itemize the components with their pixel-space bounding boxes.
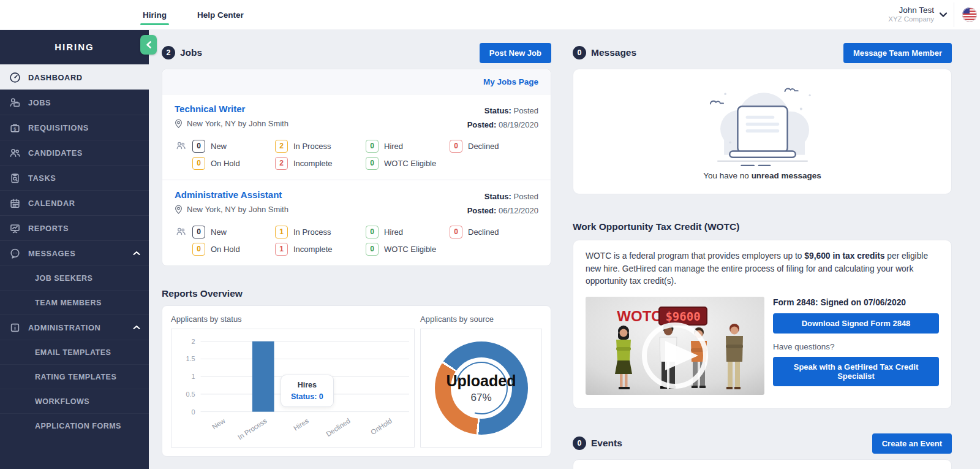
- job-location: New York, NY by John Smith: [187, 205, 288, 214]
- sidebar-item-reports[interactable]: REPORTS: [0, 215, 149, 240]
- count-box: 0: [366, 243, 379, 256]
- chevron-left-icon: [145, 40, 153, 49]
- job-location: New York, NY by John Smith: [187, 119, 288, 128]
- status-value: Posted: [514, 192, 538, 201]
- sidebar-item-messages[interactable]: MESSAGES: [0, 240, 149, 265]
- wotc-card: WOTC is a federal program that provides …: [573, 240, 952, 409]
- sub-item-label: WORKFLOWS: [35, 397, 89, 406]
- sidebar-item-job-seekers[interactable]: JOB SEEKERS: [0, 265, 149, 290]
- wotc-video-thumbnail[interactable]: WOTC $9600: [586, 297, 764, 395]
- calendar-icon: [9, 197, 21, 209]
- sidebar-item-jobs[interactable]: JOBS: [0, 90, 149, 115]
- sidebar-item-candidates[interactable]: CANDIDATES: [0, 140, 149, 165]
- sidebar-item-team-members[interactable]: TEAM MEMBERS: [0, 290, 149, 315]
- sidebar-item-tasks[interactable]: TASKS: [0, 165, 149, 190]
- jobs-icon: [9, 97, 21, 109]
- applicants-icon: [175, 140, 187, 170]
- my-jobs-page-link[interactable]: My Jobs Page: [483, 77, 538, 86]
- bar-chart[interactable]: 21.510.50NewIn ProcessHiresDeclinedOnHol…: [171, 329, 415, 448]
- sidebar-collapse-button[interactable]: [140, 35, 157, 55]
- messages-card: You have no unread messages: [573, 69, 952, 194]
- sub-item-label: TEAM MEMBERS: [35, 299, 102, 307]
- sidebar-item-label: JOBS: [28, 98, 51, 107]
- sidebar-item-email-templates[interactable]: EMAIL TEMPLATES: [0, 340, 149, 364]
- count-chip-new: 0New: [192, 140, 275, 153]
- top-bar: Hiring Help Center John Test XYZ Company: [0, 0, 980, 29]
- events-card: [573, 459, 952, 469]
- count-box: 0: [192, 157, 205, 170]
- sidebar-header: HIRING: [0, 29, 149, 64]
- svg-text:Hires: Hires: [292, 416, 310, 432]
- bar-chart-title: Applicants by status: [171, 315, 415, 324]
- chevron-up-icon[interactable]: [133, 325, 140, 330]
- job-row: Administrative Assistant New York, NY by…: [162, 180, 551, 265]
- messages-section-title: Messages: [591, 47, 636, 58]
- count-box: 1: [275, 243, 288, 256]
- requisitions-icon: $: [9, 122, 21, 134]
- svg-text:1.5: 1.5: [186, 355, 195, 362]
- count-label: New: [211, 227, 227, 237]
- sub-item-label: APPLICATION FORMS: [35, 422, 121, 430]
- form-2848-status: Form 2848: Signed on 07/06/2020: [773, 298, 939, 307]
- wotc-section-title: Work Opportunity Tax Credit (WOTC): [573, 221, 952, 232]
- sidebar-item-workflows[interactable]: WORKFLOWS: [0, 389, 149, 413]
- count-chip-on-hold: 0On Hold: [192, 157, 275, 170]
- svg-text:New: New: [211, 416, 227, 430]
- events-section-title: Events: [591, 438, 622, 449]
- donut-center-value: 67%: [470, 392, 491, 404]
- reports-card: Applicants by status 21.510.50NewIn Proc…: [162, 305, 551, 457]
- job-title-link[interactable]: Technical Writer: [175, 104, 288, 114]
- posted-value: 08/19/2020: [499, 120, 538, 129]
- donut-chart[interactable]: Uploaded 67%: [420, 329, 542, 448]
- count-label: New: [211, 142, 227, 151]
- chart-tooltip: Hires Status: 0: [281, 375, 334, 407]
- count-chip-in-process: 1In Process: [275, 226, 366, 238]
- posted-label: Posted:: [467, 206, 497, 215]
- reports-icon: [9, 223, 21, 234]
- sidebar-item-rating-templates[interactable]: RATING TEMPLATES: [0, 364, 149, 389]
- count-label: Hired: [384, 227, 403, 237]
- tasks-icon: [9, 172, 21, 184]
- count-label: Declined: [468, 142, 499, 151]
- sidebar-title: HIRING: [55, 42, 94, 52]
- count-box: 0: [366, 226, 379, 238]
- job-title-link[interactable]: Administrative Assistant: [175, 189, 288, 200]
- sidebar: HIRING DASHBOARD JOBS $ REQUISITIONS: [0, 29, 149, 469]
- location-pin-icon: [175, 119, 183, 128]
- post-new-job-button[interactable]: Post New Job: [480, 43, 551, 63]
- count-label: In Process: [293, 142, 331, 151]
- chevron-up-icon[interactable]: [133, 251, 140, 256]
- status-label: Status:: [484, 106, 511, 115]
- jobs-card-header: My Jobs Page: [162, 69, 551, 94]
- svg-text:Declined: Declined: [325, 417, 352, 438]
- sidebar-item-application-forms[interactable]: APPLICATION FORMS: [0, 413, 149, 438]
- tab-hiring[interactable]: Hiring: [141, 7, 168, 23]
- count-box: 2: [275, 140, 288, 153]
- create-an-event-button[interactable]: Create an Event: [872, 433, 952, 454]
- user-menu[interactable]: John Test XYZ Company: [888, 2, 980, 27]
- jobs-card: My Jobs Page Technical Writer: [162, 69, 551, 266]
- svg-text:$: $: [13, 126, 17, 131]
- svg-text:0: 0: [192, 408, 195, 415]
- donut-center-label: Uploaded: [447, 372, 516, 390]
- sidebar-item-requisitions[interactable]: $ REQUISITIONS: [0, 115, 149, 140]
- message-team-member-button[interactable]: Message Team Member: [843, 43, 952, 63]
- jobs-section-title: Jobs: [180, 47, 202, 58]
- sidebar-item-calendar[interactable]: CALENDAR: [0, 190, 149, 215]
- us-flag-icon[interactable]: [962, 7, 978, 23]
- sub-item-label: JOB SEEKERS: [35, 274, 92, 283]
- wotc-description: WOTC is a federal program that provides …: [586, 250, 939, 288]
- svg-text:1: 1: [192, 373, 195, 380]
- chevron-down-icon[interactable]: [939, 12, 948, 18]
- count-box: 0: [450, 226, 462, 238]
- count-chip-wotc-eligible: 0WOTC Eligible: [366, 157, 450, 170]
- sub-item-label: RATING TEMPLATES: [35, 373, 116, 381]
- tab-help-center[interactable]: Help Center: [196, 7, 245, 23]
- posted-value: 06/12/2020: [499, 206, 538, 215]
- sidebar-item-dashboard[interactable]: DASHBOARD: [0, 64, 149, 90]
- location-pin-icon: [175, 205, 183, 214]
- sidebar-item-administration[interactable]: ADMINISTRATION: [0, 315, 149, 340]
- speak-with-specialist-button[interactable]: Speak with a GetHired Tax Credit Special…: [773, 357, 939, 386]
- download-form-2848-button[interactable]: Download Signed Form 2848: [773, 313, 939, 334]
- status-value: Posted: [514, 106, 538, 115]
